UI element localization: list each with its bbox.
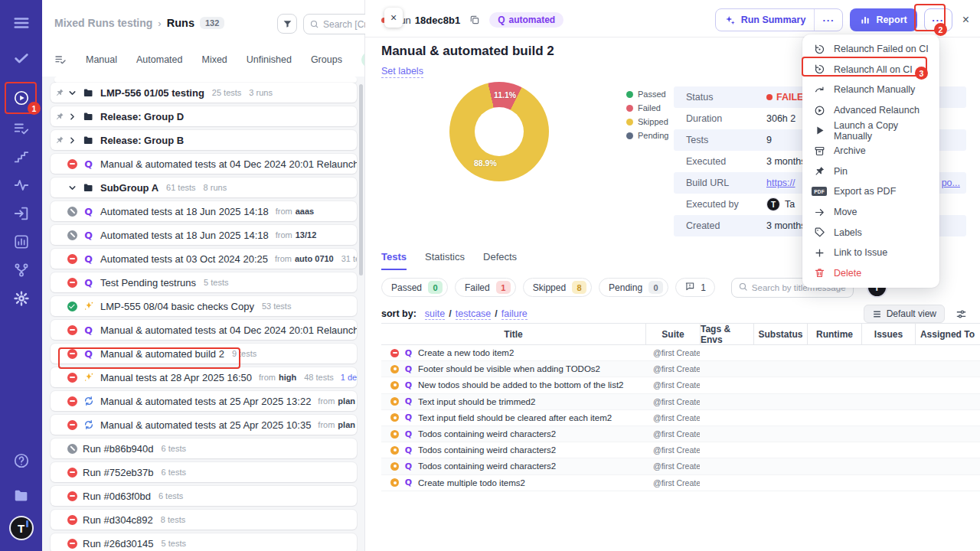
defects-link[interactable]: 1 defects <box>341 373 357 382</box>
tab-statistics[interactable]: Statistics <box>425 251 465 270</box>
sidebar-item-analytics[interactable] <box>13 233 30 250</box>
run-row[interactable]: QManual & automated tests at 04 Dec 2024… <box>51 320 357 340</box>
run-row[interactable]: Run #b86b940d6 tests <box>51 439 357 458</box>
filter-pill-skipped[interactable]: Skipped8 <box>523 278 592 297</box>
build-url-tail[interactable]: po... <box>942 178 960 188</box>
chevron-down-icon[interactable] <box>67 88 77 98</box>
run-summary-more-button[interactable]: ··· <box>815 15 842 26</box>
run-row[interactable]: QAutomated tests at 18 Jun 2025 14:18fro… <box>51 225 357 245</box>
run-row[interactable]: Manual & automated tests at 25 Apr 2025 … <box>51 391 357 411</box>
run-group-row[interactable]: LMP-556 01/05 testing25 tests3 runs <box>51 83 357 103</box>
chevron-down-icon[interactable] <box>67 183 77 193</box>
menu-item-labels[interactable]: Labels <box>802 222 939 243</box>
automated-badge[interactable]: Qautomated <box>489 12 564 28</box>
tab-tests[interactable]: Tests <box>381 251 407 270</box>
sort-link-testcase[interactable]: testcase <box>456 308 492 320</box>
run-group-row[interactable]: Release: Group B <box>51 130 357 150</box>
filter-pill-pending[interactable]: Pending0 <box>599 278 668 297</box>
sort-link-suite[interactable]: suite <box>425 308 445 320</box>
run-row[interactable]: QAutomated tests at 18 Jun 2025 14:18fro… <box>51 201 357 221</box>
filter-pill-failed[interactable]: Failed1 <box>455 278 516 297</box>
table-row[interactable]: QTodos containing weird characters2@firs… <box>381 442 980 458</box>
sidebar-item-settings[interactable] <box>13 290 30 307</box>
run-row[interactable]: Run #26d301455 tests <box>51 533 357 551</box>
run-row[interactable]: Run #752eb37b6 tests <box>51 462 357 482</box>
sidebar-item-runs[interactable] <box>13 90 30 106</box>
menu-item-advanced-relaunch[interactable]: Advanced Relaunch <box>802 100 939 121</box>
runs-list-scrollbar[interactable] <box>359 84 363 276</box>
column-header-issues[interactable]: Issues <box>861 324 915 344</box>
runs-tab-groups[interactable]: Groups <box>311 54 342 65</box>
sort-link-failure[interactable]: failure <box>501 308 528 320</box>
user-avatar[interactable]: T <box>9 516 34 540</box>
sidebar-item-test-plans[interactable] <box>13 120 30 137</box>
table-row[interactable]: QText input should be trimmed2@first Cre… <box>381 394 980 410</box>
filter-button[interactable] <box>277 14 297 34</box>
chevron-right-icon[interactable] <box>67 135 77 145</box>
run-row[interactable]: QTest Pending testruns5 tests <box>51 272 357 292</box>
menu-item-relaunch-manually[interactable]: Relaunch Manually <box>802 80 939 100</box>
select-runs-icon[interactable] <box>54 54 67 66</box>
run-row[interactable]: QManual & automated tests at 04 Dec 2024… <box>51 154 357 174</box>
breadcrumb-section[interactable]: Runs <box>167 17 194 29</box>
table-row[interactable]: QTodos containing weird characters2@firs… <box>381 458 980 474</box>
runs-tab-manual[interactable]: Manual <box>86 54 117 65</box>
menu-item-relaunch-all-on-ci[interactable]: Relaunch All on CI <box>802 60 939 80</box>
column-header-tags-envs[interactable]: Tags & Envs <box>700 324 753 344</box>
comments-filter-pill[interactable]: 1 <box>675 278 715 297</box>
runs-tab-to[interactable]: To <box>361 52 364 67</box>
copy-icon[interactable] <box>469 15 480 25</box>
sliders-icon[interactable] <box>955 308 968 321</box>
close-run-button[interactable]: × <box>962 13 969 27</box>
column-header-runtime[interactable]: Runtime <box>807 324 861 344</box>
run-group-row[interactable]: Release: Group D <box>51 106 357 126</box>
table-row[interactable]: QText input field should be cleared afte… <box>381 410 980 426</box>
run-row[interactable]: QAutomated tests at 03 Oct 2024 20:25fro… <box>51 249 357 269</box>
chevron-right-icon[interactable] <box>67 112 77 122</box>
run-row[interactable]: LMP-555 08/04 basic checks Copy53 tests <box>51 296 357 316</box>
menu-item-delete[interactable]: Delete <box>802 263 939 284</box>
run-row[interactable]: Manual & automated tests at 25 Apr 2025 … <box>51 415 357 435</box>
run-row[interactable]: QManual & automated build 29 tests <box>51 344 357 364</box>
sidebar-item-menu[interactable] <box>13 15 30 31</box>
table-row[interactable]: QFooter should be visible when adding TO… <box>381 361 980 377</box>
tab-defects[interactable]: Defects <box>483 251 517 270</box>
run-row[interactable]: Run #d304c8928 tests <box>51 510 357 530</box>
table-row[interactable]: QCreate a new todo item2@first Create ..… <box>381 345 980 361</box>
column-header-assigned-to[interactable]: Assigned To <box>915 324 979 344</box>
run-row[interactable]: Manual tests at 28 Apr 2025 16:50fromhig… <box>51 367 357 387</box>
set-labels-link[interactable]: Set labels <box>381 66 423 78</box>
menu-item-link-to-issue[interactable]: Link to Issue <box>802 243 939 263</box>
runs-tab-automated[interactable]: Automated <box>136 54 182 65</box>
sidebar-item-import[interactable] <box>13 205 30 222</box>
sidebar-item-projects[interactable] <box>13 487 30 504</box>
menu-item-launch-a-copy-manually[interactable]: Launch a Copy Manually <box>802 120 939 141</box>
table-row[interactable]: QNew todos should be added to the bottom… <box>381 377 980 393</box>
sidebar-item-branches[interactable] <box>13 262 30 279</box>
run-summary-button[interactable]: Run Summary ··· <box>715 8 844 31</box>
menu-item-relaunch-failed-on-ci[interactable]: Relaunch Failed on CI <box>802 39 939 60</box>
menu-item-pin[interactable]: Pin <box>802 161 939 182</box>
report-button[interactable]: Report <box>850 8 916 31</box>
menu-item-archive[interactable]: Archive <box>802 141 939 161</box>
filter-pill-passed[interactable]: Passed0 <box>381 278 448 297</box>
column-header-title[interactable]: Title <box>381 324 645 344</box>
runs-tab-unfinished[interactable]: Unfinished <box>247 54 292 65</box>
panel-close-button[interactable]: × <box>384 8 403 28</box>
sidebar-item-milestones[interactable] <box>13 148 30 165</box>
more-actions-button[interactable]: ··· <box>924 8 952 31</box>
runs-tab-mixed[interactable]: Mixed <box>201 54 227 65</box>
column-header-substatus[interactable]: Substatus <box>753 324 807 344</box>
breadcrumb-project[interactable]: Mixed Runs testing <box>54 17 152 29</box>
run-group-row[interactable]: SubGroup A61 tests8 runs <box>51 178 357 197</box>
column-header-suite[interactable]: Suite <box>645 324 700 344</box>
run-row[interactable]: Run #0d63f0bd6 tests <box>51 486 357 506</box>
menu-item-export-as-pdf[interactable]: PDFExport as PDF <box>802 181 939 202</box>
sidebar-item-pulse[interactable] <box>13 177 30 194</box>
sidebar-item-help[interactable] <box>13 452 30 469</box>
table-row[interactable]: QTodos containing weird characters2@firs… <box>381 426 980 442</box>
default-view-button[interactable]: Default view <box>864 305 945 323</box>
build-url-link[interactable]: https:// <box>766 178 795 188</box>
table-row[interactable]: QCreate multiple todo items2@first Creat… <box>381 475 980 491</box>
menu-item-move[interactable]: Move <box>802 202 939 223</box>
